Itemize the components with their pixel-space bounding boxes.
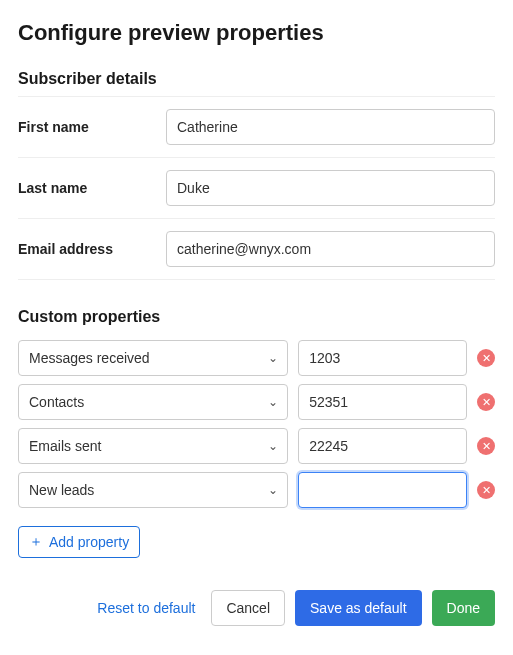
custom-property-row: New leads ⌄ ✕ bbox=[18, 472, 495, 508]
cancel-button[interactable]: Cancel bbox=[211, 590, 285, 626]
field-row-last-name: Last name bbox=[18, 158, 495, 219]
property-select[interactable]: Messages received bbox=[18, 340, 288, 376]
custom-property-row: Messages received ⌄ ✕ bbox=[18, 340, 495, 376]
dialog-title: Configure preview properties bbox=[18, 20, 495, 46]
done-button[interactable]: Done bbox=[432, 590, 495, 626]
property-value-input[interactable] bbox=[298, 472, 467, 508]
custom-property-row: Emails sent ⌄ ✕ bbox=[18, 428, 495, 464]
field-row-first-name: First name bbox=[18, 96, 495, 158]
remove-property-button[interactable]: ✕ bbox=[477, 437, 495, 455]
property-select[interactable]: New leads bbox=[18, 472, 288, 508]
field-row-email: Email address bbox=[18, 219, 495, 280]
property-value-input[interactable] bbox=[298, 428, 467, 464]
reset-to-default-link[interactable]: Reset to default bbox=[91, 594, 201, 622]
subscriber-heading: Subscriber details bbox=[18, 70, 495, 88]
property-select-value: Emails sent bbox=[29, 438, 101, 454]
property-select-value: New leads bbox=[29, 482, 94, 498]
plus-icon: ＋ bbox=[29, 533, 43, 551]
email-input[interactable] bbox=[166, 231, 495, 267]
dialog-footer: Reset to default Cancel Save as default … bbox=[18, 590, 495, 628]
first-name-input[interactable] bbox=[166, 109, 495, 145]
email-label: Email address bbox=[18, 241, 166, 257]
last-name-label: Last name bbox=[18, 180, 166, 196]
property-select[interactable]: Emails sent bbox=[18, 428, 288, 464]
last-name-input[interactable] bbox=[166, 170, 495, 206]
remove-property-button[interactable]: ✕ bbox=[477, 349, 495, 367]
custom-property-row: Contacts ⌄ ✕ bbox=[18, 384, 495, 420]
add-property-button[interactable]: ＋ Add property bbox=[18, 526, 140, 558]
first-name-label: First name bbox=[18, 119, 166, 135]
add-property-label: Add property bbox=[49, 534, 129, 550]
close-icon: ✕ bbox=[482, 397, 491, 408]
property-value-input[interactable] bbox=[298, 384, 467, 420]
save-as-default-button[interactable]: Save as default bbox=[295, 590, 422, 626]
remove-property-button[interactable]: ✕ bbox=[477, 393, 495, 411]
property-value-input[interactable] bbox=[298, 340, 467, 376]
remove-property-button[interactable]: ✕ bbox=[477, 481, 495, 499]
close-icon: ✕ bbox=[482, 485, 491, 496]
close-icon: ✕ bbox=[482, 441, 491, 452]
property-select-value: Messages received bbox=[29, 350, 150, 366]
close-icon: ✕ bbox=[482, 353, 491, 364]
custom-property-list: Messages received ⌄ ✕ Contacts ⌄ ✕ Email… bbox=[18, 340, 495, 508]
property-select-value: Contacts bbox=[29, 394, 84, 410]
custom-heading: Custom properties bbox=[18, 308, 495, 326]
property-select[interactable]: Contacts bbox=[18, 384, 288, 420]
